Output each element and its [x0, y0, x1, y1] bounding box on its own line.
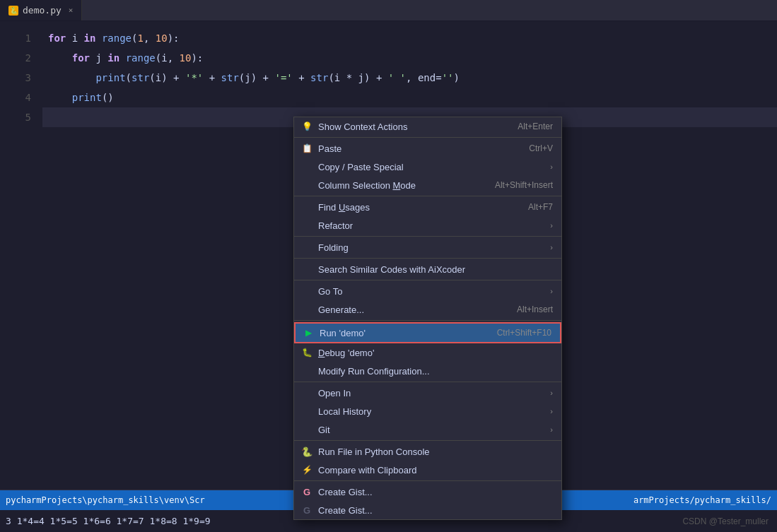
paste-icon: 📋 [301, 143, 312, 154]
code-line-1: for i in range(1, 10): [42, 28, 777, 48]
menu-item-copy-paste-special[interactable]: Copy / Paste Special › [294, 158, 561, 176]
separator-4 [294, 258, 561, 259]
bulb-icon: 💡 [301, 121, 312, 132]
menu-label-create-gist-2: Create Gist... [318, 505, 373, 516]
menu-item-column-selection[interactable]: Column Selection Mode Alt+Shift+Insert [294, 176, 561, 194]
code-line-3: print(str(i) + '*' + str(j) + '=' + str(… [42, 68, 777, 88]
separator-2 [294, 196, 561, 196]
menu-label-column-selection: Column Selection Mode [318, 180, 416, 191]
menu-item-compare-clipboard[interactable]: ⚡ Compare with Clipboard [294, 461, 561, 479]
line-num-5: 5 [0, 107, 31, 127]
menu-item-git[interactable]: Git › [294, 420, 561, 439]
line-numbers: 1 2 3 4 5 [0, 21, 42, 490]
search-similar-icon [301, 264, 312, 275]
column-icon [301, 179, 312, 191]
menu-label-paste: Paste [318, 143, 341, 154]
line-num-4: 4 [0, 88, 31, 107]
local-history-icon [301, 406, 312, 417]
tab-close-button[interactable]: × [69, 6, 74, 15]
menu-label-git: Git [318, 425, 330, 435]
menu-label-create-gist-1: Create Gist... [318, 487, 373, 497]
gist-dark-icon: G [301, 504, 312, 516]
modify-run-icon [301, 365, 312, 377]
menu-label-local-history: Local History [318, 406, 371, 417]
shortcut-column-selection: Alt+Shift+Insert [495, 180, 553, 190]
arrow-open-in: › [550, 389, 553, 397]
open-in-icon [301, 387, 312, 398]
separator-8 [294, 440, 561, 441]
arrow-git: › [550, 425, 553, 434]
run-icon: ▶ [303, 327, 314, 338]
menu-item-go-to[interactable]: Go To › [294, 282, 561, 300]
shortcut-find-usages: Alt+F7 [528, 202, 553, 212]
menu-label-open-in: Open In [318, 388, 351, 398]
arrow-local-history: › [550, 407, 553, 415]
menu-item-create-gist-1[interactable]: G Create Gist... [294, 483, 561, 501]
shortcut-generate: Alt+Insert [517, 305, 553, 314]
menu-label-run-python-console: Run File in Python Console [318, 447, 430, 457]
debug-icon: 🐛 [301, 347, 312, 358]
menu-label-copy-paste-special: Copy / Paste Special [318, 162, 404, 172]
go-to-icon [301, 285, 312, 297]
code-line-4: print() [42, 88, 777, 107]
git-icon [301, 424, 312, 435]
shortcut-run-demo: Ctrl+Shift+F10 [497, 328, 551, 338]
watermark: CSDN @Tester_muller [682, 516, 769, 526]
menu-item-paste[interactable]: 📋 Paste Ctrl+V [294, 139, 561, 158]
menu-item-open-in[interactable]: Open In › [294, 384, 561, 402]
menu-item-find-usages[interactable]: Find Usages Alt+F7 [294, 198, 561, 216]
menu-item-run-demo[interactable]: ▶ Run 'demo' Ctrl+Shift+F10 [294, 322, 561, 343]
shortcut-show-context-actions: Alt+Enter [518, 122, 553, 131]
arrow-folding: › [550, 243, 553, 252]
menu-item-search-similar[interactable]: Search Similar Codes with AiXcoder [294, 260, 561, 278]
arrow-refactor: › [550, 221, 553, 230]
menu-item-generate[interactable]: Generate... Alt+Insert [294, 300, 561, 319]
separator-7 [294, 382, 561, 382]
compare-icon: ⚡ [301, 464, 312, 475]
separator-5 [294, 280, 561, 280]
menu-label-compare-clipboard: Compare with Clipboard [318, 465, 416, 475]
output-text-1: 3 1*4=4 1*5=5 1*6=6 1*7=7 1*8=8 1*9=9 [6, 516, 211, 526]
menu-label-modify-run: Modify Run Configuration... [318, 366, 430, 377]
code-line-2: for j in range(i, 10): [42, 48, 777, 68]
menu-label-search-similar: Search Similar Codes with AiXcoder [318, 264, 465, 275]
generate-icon [301, 304, 312, 315]
refactor-icon [301, 220, 312, 231]
line-num-2: 2 [0, 48, 31, 68]
menu-label-folding: Folding [318, 242, 349, 253]
menu-label-go-to: Go To [318, 286, 342, 297]
gist-red-icon: G [301, 486, 312, 497]
menu-label-debug-demo: Debug 'demo' [318, 348, 374, 358]
folding-icon [301, 242, 312, 253]
separator-3 [294, 236, 561, 237]
tab-bar: 🐍 demo.py × [0, 0, 777, 21]
menu-label-generate: Generate... [318, 305, 364, 315]
file-tab[interactable]: 🐍 demo.py × [0, 0, 82, 20]
menu-label-find-usages: Find Usages [318, 202, 370, 213]
path-right: armProjects/pycharm_skills/ [633, 495, 771, 505]
line-num-1: 1 [0, 28, 31, 48]
arrow-go-to: › [550, 287, 553, 295]
path-left: pycharmProjects\pycharm_skills\venv\Scr [6, 495, 205, 505]
menu-item-folding[interactable]: Folding › [294, 238, 561, 256]
copy-paste-icon [301, 161, 312, 172]
separator-9 [294, 480, 561, 481]
find-icon [301, 201, 312, 213]
menu-label-refactor: Refactor [318, 220, 353, 231]
file-icon: 🐍 [8, 6, 18, 16]
menu-item-local-history[interactable]: Local History › [294, 402, 561, 420]
shortcut-paste: Ctrl+V [529, 143, 553, 153]
separator-6 [294, 320, 561, 321]
menu-item-show-context-actions[interactable]: 💡 Show Context Actions Alt+Enter [294, 117, 561, 136]
menu-item-run-python-console[interactable]: 🐍 Run File in Python Console [294, 442, 561, 461]
arrow-copy-paste: › [550, 162, 553, 171]
menu-label-run-demo: Run 'demo' [320, 328, 366, 338]
menu-item-refactor[interactable]: Refactor › [294, 216, 561, 235]
separator-1 [294, 137, 561, 138]
menu-item-modify-run[interactable]: Modify Run Configuration... [294, 362, 561, 380]
line-num-3: 3 [0, 68, 31, 88]
python-console-icon: 🐍 [301, 446, 312, 457]
menu-item-create-gist-2[interactable]: G Create Gist... [294, 501, 561, 519]
menu-item-debug-demo[interactable]: 🐛 Debug 'demo' [294, 343, 561, 362]
context-menu: 💡 Show Context Actions Alt+Enter 📋 Paste… [293, 117, 562, 520]
